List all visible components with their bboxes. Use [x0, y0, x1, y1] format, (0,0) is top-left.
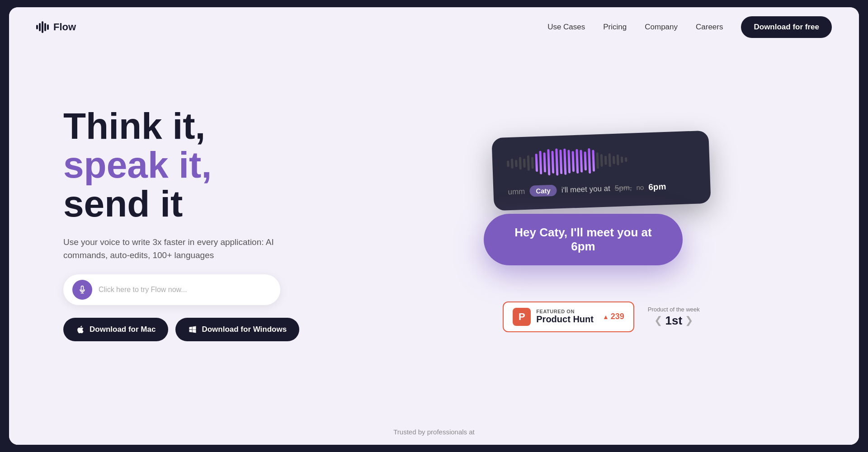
ph-count: ▲ 239 — [603, 312, 624, 321]
mic-button[interactable] — [72, 280, 92, 300]
potw-badge: Product of the week ❮ 1st ❯ — [648, 306, 700, 328]
wave-bar — [539, 151, 542, 174]
nav-links: Use Cases Pricing Company Careers Downlo… — [547, 16, 832, 38]
laurel-left: ❮ — [654, 315, 662, 326]
wave-bar — [584, 151, 587, 170]
nav-use-cases[interactable]: Use Cases — [547, 23, 585, 32]
download-buttons: Download for Mac Download for Windows — [63, 318, 335, 341]
logo-text: Flow — [53, 21, 76, 33]
search-placeholder: Click here to try Flow now... — [99, 286, 187, 294]
wave-bar — [563, 148, 566, 174]
logo[interactable]: Flow — [36, 21, 76, 33]
download-mac-button[interactable]: Download for Mac — [63, 318, 168, 341]
potw-label: Product of the week — [648, 306, 700, 313]
potw-laurels: ❮ 1st ❯ — [654, 314, 693, 328]
download-windows-button[interactable]: Download for Windows — [175, 318, 299, 341]
logo-bar-5 — [47, 24, 49, 30]
wave-bar — [515, 160, 518, 167]
wave-bar — [511, 158, 514, 168]
logo-bar-1 — [36, 25, 38, 29]
wave-bar — [609, 153, 611, 167]
wave-bar — [555, 148, 558, 175]
nav-pricing[interactable]: Pricing — [603, 23, 627, 32]
ph-count-value: 239 — [611, 312, 624, 321]
ph-info: FEATURED ON Product Hunt — [536, 309, 594, 325]
wave-bar — [613, 155, 615, 164]
nav-company[interactable]: Company — [645, 23, 678, 32]
wave-bar — [588, 148, 591, 173]
wave-bar — [535, 153, 538, 171]
logo-bar-4 — [44, 23, 46, 31]
try-flow-bar[interactable]: Click here to try Flow now... — [63, 274, 280, 305]
ph-name: Product Hunt — [536, 314, 594, 325]
hero-title-line1: Think it, — [63, 105, 205, 146]
voice-card-purple: Hey Caty, I'll meet you at 6pm — [484, 214, 683, 265]
voice-card-dark: umm Caty i'll meet you at 5pm, no 6pm — [491, 130, 711, 211]
wave-bar — [531, 157, 534, 169]
hero-title-line2: speak it, — [63, 144, 212, 185]
footer-strip: Trusted by professionals at — [9, 419, 859, 445]
windows-icon — [188, 325, 197, 334]
wave-bar — [604, 155, 607, 165]
wave-bar — [519, 157, 522, 170]
logo-bar-2 — [39, 23, 41, 31]
wave-bar — [551, 151, 554, 173]
voice-text-prefix: i'll meet you at — [561, 184, 610, 194]
potw-rank: 1st — [665, 314, 682, 328]
hero-title-line3: send it — [63, 183, 183, 224]
product-hunt-badge: P FEATURED ON Product Hunt ▲ 239 — [503, 301, 634, 332]
wave-bar — [621, 156, 623, 163]
download-windows-label: Download for Windows — [202, 325, 287, 334]
apple-icon — [76, 325, 85, 334]
wave-bar — [547, 149, 550, 175]
wave-bar — [559, 150, 562, 174]
wave-bar — [567, 150, 571, 173]
wave-bar — [543, 152, 547, 172]
wave-bar — [523, 158, 526, 167]
wave-bar — [527, 155, 530, 170]
hero-subtitle: Use your voice to write 3x faster in eve… — [63, 236, 280, 262]
ph-arrow: ▲ — [603, 313, 609, 320]
voice-card-container: umm Caty i'll meet you at 5pm, no 6pm He… — [484, 134, 719, 252]
waveform — [506, 143, 695, 177]
wave-bar — [596, 152, 599, 169]
mic-icon — [78, 285, 87, 294]
trusted-text: Trusted by professionals at — [393, 428, 475, 436]
hero-title: Think it, speak it, send it — [63, 107, 335, 223]
speaker-badge: Caty — [529, 184, 557, 197]
hero-section: Think it, speak it, send it Use your voi… — [9, 47, 859, 419]
original-time: 5pm, — [614, 183, 632, 193]
wave-bar — [600, 154, 603, 166]
logo-icon — [36, 21, 49, 33]
wave-bar — [625, 157, 627, 161]
logo-bar-3 — [42, 21, 43, 33]
filler-text: umm — [508, 187, 525, 196]
nav-download-cta[interactable]: Download for free — [741, 16, 832, 38]
ph-featured-on: FEATURED ON — [536, 309, 594, 314]
download-mac-label: Download for Mac — [90, 325, 156, 334]
wave-bar — [507, 160, 509, 167]
ph-icon: P — [513, 308, 531, 326]
corrected-time: 6pm — [648, 181, 666, 192]
voice-text-row: umm Caty i'll meet you at 5pm, no 6pm — [508, 179, 696, 198]
wave-bar — [592, 150, 595, 171]
page-wrapper: Flow Use Cases Pricing Company Careers D… — [9, 7, 859, 445]
badges-row: P FEATURED ON Product Hunt ▲ 239 Product… — [503, 301, 699, 332]
wave-bar — [580, 150, 583, 172]
hero-left: Think it, speak it, send it Use your voi… — [63, 107, 335, 341]
wave-bar — [617, 154, 619, 165]
nav-careers[interactable]: Careers — [696, 23, 723, 32]
laurel-right: ❯ — [685, 315, 693, 326]
navbar: Flow Use Cases Pricing Company Careers D… — [9, 7, 859, 47]
filler-no: no — [636, 183, 644, 191]
purple-card-text: Hey Caty, I'll meet you at 6pm — [502, 226, 665, 254]
wave-bar — [571, 151, 575, 172]
hero-right: umm Caty i'll meet you at 5pm, no 6pm He… — [371, 116, 832, 332]
wave-bar — [576, 149, 579, 173]
